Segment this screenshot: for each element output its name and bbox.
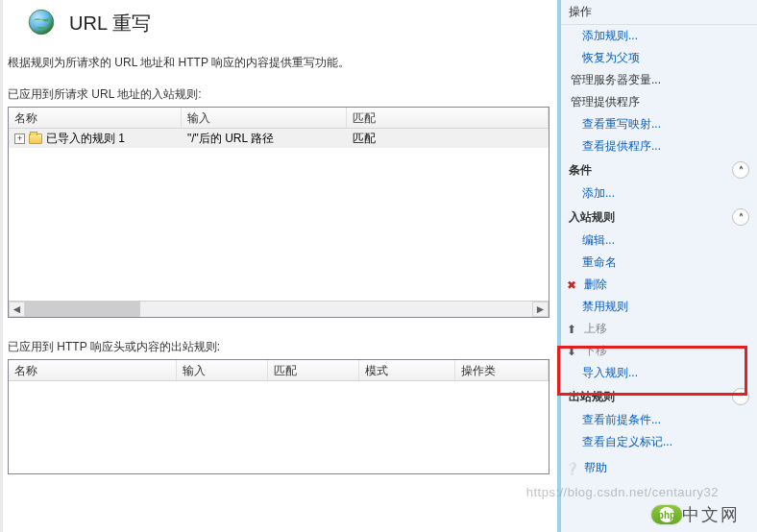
folder-icon bbox=[29, 133, 42, 144]
chevron-up-icon[interactable]: ˄ bbox=[732, 208, 749, 226]
col-match[interactable]: 匹配 bbox=[268, 360, 359, 380]
actions-sidebar: 操作 添加规则... 恢复为父项 管理服务器变量... 管理提供程序 查看重写映… bbox=[557, 0, 757, 532]
chevron-up-icon[interactable]: ˄ bbox=[732, 161, 749, 179]
help-link[interactable]: ❔ 帮助 bbox=[561, 457, 757, 479]
rule-name: 已导入的规则 1 bbox=[46, 131, 125, 147]
scroll-right-icon[interactable]: ► bbox=[532, 302, 549, 317]
sidebar-title: 操作 bbox=[561, 0, 757, 25]
scroll-thumb[interactable] bbox=[25, 302, 140, 317]
edit-rule-link[interactable]: 编辑... bbox=[561, 230, 757, 252]
outbound-grid-header: 名称 输入 匹配 模式 操作类 bbox=[9, 360, 549, 381]
inbound-rules-group[interactable]: 入站规则 ˄ bbox=[561, 205, 757, 230]
watermark-text: https://blog.csdn.net/centaury32 bbox=[526, 485, 719, 499]
inbound-rules-label: 已应用到所请求 URL 地址的入站规则: bbox=[8, 86, 549, 103]
col-input[interactable]: 输入 bbox=[182, 108, 347, 128]
expand-icon[interactable]: + bbox=[14, 133, 25, 144]
rule-input: "/"后的 URL 路径 bbox=[182, 129, 347, 149]
conditions-group[interactable]: 条件 ˄ bbox=[561, 157, 757, 182]
help-icon: ❔ bbox=[565, 462, 578, 475]
page-title: URL 重写 bbox=[69, 11, 151, 36]
manage-server-vars-link[interactable]: 管理服务器变量... bbox=[561, 69, 757, 91]
site-name: 中文网 bbox=[682, 503, 740, 526]
inbound-grid-header: 名称 输入 匹配 bbox=[9, 108, 549, 129]
move-down-link: ⬇ 下移 bbox=[561, 340, 757, 362]
col-optype[interactable]: 操作类 bbox=[455, 360, 549, 380]
manage-providers-label: 管理提供程序 bbox=[561, 91, 757, 113]
revert-parent-link[interactable]: 恢复为父项 bbox=[561, 47, 757, 69]
col-input[interactable]: 输入 bbox=[177, 360, 268, 380]
horizontal-scrollbar[interactable]: ◄ ► bbox=[9, 301, 549, 317]
view-preconditions-link[interactable]: 查看前提条件... bbox=[561, 409, 757, 431]
col-name[interactable]: 名称 bbox=[9, 360, 177, 380]
col-match[interactable]: 匹配 bbox=[347, 108, 549, 128]
table-row[interactable]: + 已导入的规则 1 "/"后的 URL 路径 匹配 bbox=[9, 129, 549, 148]
inbound-rules-grid[interactable]: 名称 输入 匹配 + 已导入的规则 1 "/"后的 URL 路径 匹配 ◄ bbox=[8, 107, 549, 318]
import-rules-link[interactable]: 导入规则... bbox=[561, 362, 757, 384]
add-rule-link[interactable]: 添加规则... bbox=[561, 25, 757, 47]
arrow-down-icon: ⬇ bbox=[565, 345, 578, 358]
url-rewrite-icon bbox=[25, 6, 58, 41]
outbound-rules-label: 已应用到 HTTP 响应头或内容的出站规则: bbox=[8, 339, 549, 355]
disable-rule-link[interactable]: 禁用规则 bbox=[561, 296, 757, 318]
rule-match: 匹配 bbox=[347, 129, 549, 149]
php-logo-badge: php bbox=[651, 505, 682, 524]
outbound-rules-group[interactable]: 出站规则 ˄ bbox=[561, 384, 757, 409]
delete-rule-link[interactable]: ✖ 删除 bbox=[561, 274, 757, 296]
view-providers-link[interactable]: 查看提供程序... bbox=[561, 135, 757, 157]
view-rewrite-maps-link[interactable]: 查看重写映射... bbox=[561, 113, 757, 135]
page-description: 根据规则为所请求的 URL 地址和 HTTP 响应的内容提供重写功能。 bbox=[8, 55, 549, 71]
php-icon: php bbox=[659, 507, 674, 522]
col-mode[interactable]: 模式 bbox=[359, 360, 455, 380]
scroll-left-icon[interactable]: ◄ bbox=[9, 302, 25, 317]
arrow-up-icon: ⬆ bbox=[565, 323, 578, 336]
svg-point-0 bbox=[29, 10, 54, 35]
view-custom-tags-link[interactable]: 查看自定义标记... bbox=[561, 431, 757, 453]
col-name[interactable]: 名称 bbox=[9, 108, 182, 128]
add-condition-link[interactable]: 添加... bbox=[561, 182, 757, 205]
delete-icon: ✖ bbox=[565, 278, 578, 292]
outbound-rules-grid[interactable]: 名称 输入 匹配 模式 操作类 bbox=[8, 359, 549, 474]
chevron-up-icon[interactable]: ˄ bbox=[732, 388, 749, 405]
move-up-link: ⬆ 上移 bbox=[561, 318, 757, 340]
rename-rule-link[interactable]: 重命名 bbox=[561, 252, 757, 274]
